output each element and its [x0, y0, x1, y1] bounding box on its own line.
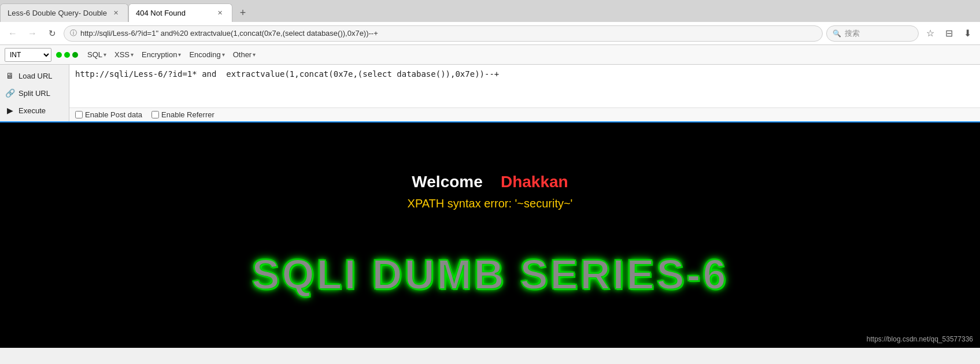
indicator-3 — [72, 52, 78, 58]
address-input-wrapper[interactable]: ⓘ http://sqli/Less-6/?id=1" and%20 extra… — [64, 25, 823, 42]
address-text: http://sqli/Less-6/?id=1" and%20 extract… — [80, 29, 816, 38]
load-url-button[interactable]: 🖥 Load URL — [0, 67, 69, 84]
browser-toolbar-icons: ☆ ⊟ ⬇ — [922, 25, 975, 42]
enable-referrer-text: Enable Referrer — [161, 110, 215, 119]
split-url-button[interactable]: 🔗 Split URL — [0, 84, 69, 102]
search-icon: 🔍 — [833, 29, 841, 38]
welcome-name: Dhakkan — [501, 173, 568, 191]
menu-encoding-label: Encoding — [189, 50, 220, 59]
hackbar-toolbar: INT STRING SEARCH COOKIE SQL▾ XSS▾ Encry… — [0, 45, 980, 65]
address-bar: ← → ↻ ⓘ http://sqli/Less-6/?id=1" and%20… — [0, 22, 980, 45]
xpath-error: XPATH syntax error: '~security~' — [408, 197, 573, 210]
menu-encoding-arrow: ▾ — [222, 51, 225, 58]
enable-referrer-checkbox[interactable] — [151, 111, 159, 118]
tab-1-title: Less-6 Double Query- Double — [8, 9, 107, 17]
menu-xss-label: XSS — [114, 50, 130, 59]
indicator-1 — [56, 52, 62, 58]
hackbar-url-area: http://sqli/Less-6/?id=1* and extractval… — [69, 65, 980, 121]
search-box[interactable]: 🔍 搜索 — [826, 25, 919, 42]
enable-post-data-text: Enable Post data — [85, 110, 142, 119]
footer-link: https://blog.csdn.net/qq_53577336 — [867, 335, 973, 343]
main-content: Welcome Dhakkan XPATH syntax error: '~se… — [0, 122, 980, 348]
reload-button[interactable]: ↻ — [44, 25, 60, 42]
welcome-heading: Welcome Dhakkan — [408, 173, 573, 191]
back-button[interactable]: ← — [5, 25, 21, 42]
new-tab-button[interactable]: + — [235, 5, 251, 21]
enable-post-data-label[interactable]: Enable Post data — [75, 110, 142, 119]
welcome-text: Welcome — [412, 173, 482, 191]
menu-other-label: Other — [233, 50, 252, 59]
menu-other[interactable]: Other▾ — [230, 49, 260, 60]
menu-other-arrow: ▾ — [253, 51, 256, 58]
menu-encoding[interactable]: Encoding▾ — [186, 49, 228, 60]
hackbar-url-input[interactable]: http://sqli/Less-6/?id=1* and extractval… — [69, 65, 980, 108]
menu-sql[interactable]: SQL▾ — [84, 49, 110, 60]
hackbar-options: Enable Post data Enable Referrer — [69, 108, 980, 121]
menu-sql-label: SQL — [87, 50, 102, 59]
hackbar-sidebar: 🖥 Load URL 🔗 Split URL ▶ Execute — [0, 65, 69, 121]
hackbar-panel: 🖥 Load URL 🔗 Split URL ▶ Execute http://… — [0, 65, 980, 122]
execute-icon: ▶ — [5, 105, 15, 116]
tab-2-close[interactable]: ✕ — [216, 9, 225, 18]
menu-encryption-arrow: ▾ — [178, 51, 181, 58]
load-url-icon: 🖥 — [5, 70, 15, 81]
split-url-icon: 🔗 — [5, 88, 15, 98]
menu-encryption[interactable]: Encryption▾ — [138, 49, 184, 60]
menu-xss[interactable]: XSS▾ — [111, 49, 137, 60]
sqli-title: SQLI DUMB SERIES-6 — [252, 251, 728, 298]
bookmark-button[interactable]: ☆ — [922, 25, 938, 42]
menu-xss-arrow: ▾ — [131, 51, 134, 58]
execute-button[interactable]: ▶ Execute — [0, 102, 69, 119]
tab-2[interactable]: 404 Not Found ✕ — [128, 3, 232, 22]
tab-2-title: 404 Not Found — [136, 9, 211, 17]
menu-encryption-label: Encryption — [142, 50, 177, 59]
indicator-2 — [64, 52, 70, 58]
forward-button[interactable]: → — [24, 25, 40, 42]
enable-post-data-checkbox[interactable] — [75, 111, 83, 118]
tab-1[interactable]: Less-6 Double Query- Double ✕ — [0, 3, 128, 22]
address-security-icon: ⓘ — [70, 28, 77, 38]
execute-label: Execute — [19, 106, 46, 115]
split-url-label: Split URL — [19, 89, 50, 98]
enable-referrer-label[interactable]: Enable Referrer — [151, 110, 215, 119]
tab-bar: Less-6 Double Query- Double ✕ 404 Not Fo… — [0, 0, 980, 22]
download-button[interactable]: ⬇ — [959, 25, 975, 42]
tab-1-close[interactable]: ✕ — [112, 9, 121, 18]
menu-sql-arrow: ▾ — [103, 51, 106, 58]
type-select[interactable]: INT STRING SEARCH COOKIE — [5, 48, 51, 62]
browser-chrome: Less-6 Double Query- Double ✕ 404 Not Fo… — [0, 0, 980, 122]
load-url-label: Load URL — [19, 72, 53, 80]
history-button[interactable]: ⊟ — [941, 25, 957, 42]
search-placeholder: 搜索 — [845, 28, 860, 39]
